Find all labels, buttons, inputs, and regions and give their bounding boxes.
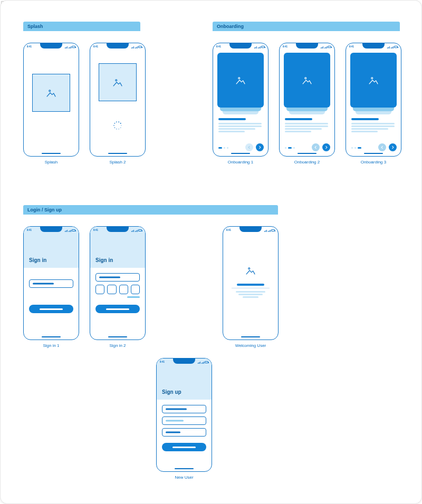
svg-point-4	[371, 77, 373, 79]
section-header-splash: Splash	[23, 22, 140, 31]
svg-point-5	[248, 268, 250, 269]
status-indicators	[65, 45, 75, 49]
svg-point-1	[116, 80, 117, 81]
phone-notch	[362, 43, 385, 49]
resend-link[interactable]	[127, 296, 140, 298]
home-indicator	[108, 153, 127, 154]
otp-row	[95, 285, 140, 294]
name-input[interactable]	[162, 405, 206, 413]
page-indicator	[351, 147, 361, 149]
body-line	[285, 123, 328, 124]
phone-notch	[40, 227, 62, 232]
prev-button[interactable]	[378, 143, 386, 151]
frame-label: Sign in 1	[23, 343, 79, 348]
body-line	[351, 128, 388, 130]
onboarding-image-card	[350, 53, 397, 108]
canvas-artboard[interactable]: Splash Onboarding Login / Sign up 9:41 S…	[0, 0, 422, 504]
body-line	[218, 125, 262, 127]
home-indicator	[108, 336, 127, 338]
image-icon	[45, 87, 57, 99]
frame-onboarding-2[interactable]: 9:41 Onboarding 2	[279, 43, 335, 164]
frame-label: Onboarding 3	[346, 160, 401, 164]
home-indicator	[175, 468, 194, 470]
frame-signin-2[interactable]: 9:41 Sign in Sign in 2	[90, 226, 146, 348]
password-input[interactable]	[162, 428, 206, 437]
frame-label: Splash 2	[90, 160, 146, 164]
status-indicators	[198, 361, 208, 364]
phone-notch	[173, 358, 195, 364]
image-icon	[368, 74, 379, 86]
home-indicator	[231, 153, 250, 154]
status-indicators	[65, 229, 75, 232]
welcome-line	[236, 291, 265, 293]
image-icon	[301, 74, 313, 86]
section-header-onboarding: Onboarding	[213, 22, 400, 31]
section-header-login: Login / Sign up	[23, 205, 278, 215]
card-stack-1	[220, 108, 261, 111]
status-indicators	[131, 229, 142, 232]
phone-input[interactable]	[29, 279, 73, 288]
next-button[interactable]	[322, 143, 330, 151]
frame-label: Welcoming User	[223, 343, 279, 348]
prev-button[interactable]	[312, 143, 320, 151]
phone-notch	[229, 43, 252, 49]
status-time: 9:41	[27, 229, 32, 231]
frame-label: Splash	[23, 160, 79, 164]
frame-onboarding-3[interactable]: 9:41 Onboarding 3	[346, 43, 401, 164]
image-icon	[112, 76, 123, 88]
submit-button[interactable]	[95, 305, 140, 313]
home-indicator	[241, 336, 260, 338]
frame-welcome[interactable]: 9:41 Welcoming User	[223, 226, 279, 348]
status-indicators	[321, 45, 331, 49]
status-time: 9:41	[283, 45, 287, 48]
status-time: 9:41	[226, 229, 231, 231]
frame-newuser[interactable]: 9:41 Sign up New User	[156, 358, 212, 480]
onboarding-image-card	[284, 53, 330, 108]
otp-digit-4[interactable]	[131, 285, 140, 294]
phone-notch	[107, 227, 129, 232]
home-indicator	[364, 153, 383, 154]
loading-spinner-icon	[113, 121, 122, 130]
heading-placeholder	[351, 118, 379, 120]
otp-digit-1[interactable]	[95, 285, 104, 294]
svg-point-0	[49, 90, 51, 92]
svg-point-2	[238, 77, 240, 79]
frame-onboarding-1[interactable]: 9:41 Onboarding 1	[213, 43, 268, 164]
email-input[interactable]	[162, 416, 206, 425]
frame-label: New User	[156, 475, 212, 480]
screen-title: Sign up	[162, 389, 181, 395]
otp-digit-3[interactable]	[119, 285, 128, 294]
divider	[232, 288, 270, 288]
status-indicators	[254, 45, 265, 49]
page-indicator	[285, 147, 295, 149]
frame-label: Onboarding 1	[213, 160, 268, 164]
status-time: 9:41	[160, 361, 165, 363]
status-indicators	[264, 229, 275, 232]
next-button[interactable]	[389, 143, 397, 151]
svg-point-3	[305, 77, 306, 79]
body-line	[218, 131, 245, 132]
frame-splash-1[interactable]: 9:41 Splash	[23, 43, 79, 164]
phone-input[interactable]	[95, 273, 140, 282]
welcome-heading	[237, 284, 264, 286]
body-line	[351, 123, 395, 124]
prev-button[interactable]	[245, 143, 253, 151]
card-stack-2	[223, 111, 258, 114]
phone-notch	[239, 227, 262, 232]
body-line	[218, 123, 262, 124]
home-indicator	[42, 153, 61, 154]
submit-button[interactable]	[29, 305, 73, 313]
card-stack-2	[289, 111, 325, 114]
body-line	[218, 128, 255, 130]
onboarding-image-card	[217, 53, 264, 108]
frame-signin-1[interactable]: 9:41 Sign in Sign in 1	[23, 226, 79, 348]
next-button[interactable]	[256, 143, 264, 151]
submit-button[interactable]	[162, 443, 206, 451]
frame-label: Sign in 2	[90, 343, 146, 348]
home-indicator	[42, 336, 61, 338]
image-icon	[245, 265, 256, 276]
frame-splash-2[interactable]: 9:41 Splash 2	[90, 43, 146, 164]
otp-digit-2[interactable]	[107, 285, 116, 294]
body-line	[285, 125, 328, 127]
status-time: 9:41	[27, 45, 32, 48]
